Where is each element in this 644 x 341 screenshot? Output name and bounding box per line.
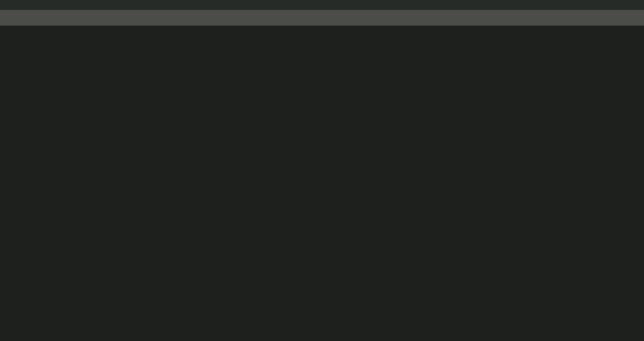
main-toolbar <box>0 0 644 10</box>
tracy-profiler-window <box>0 0 644 341</box>
frame-target-line <box>0 14 644 15</box>
frame-span-row[interactable] <box>0 34 644 38</box>
frame-time-strip[interactable] <box>0 10 644 26</box>
timeline-axis[interactable] <box>0 26 644 34</box>
